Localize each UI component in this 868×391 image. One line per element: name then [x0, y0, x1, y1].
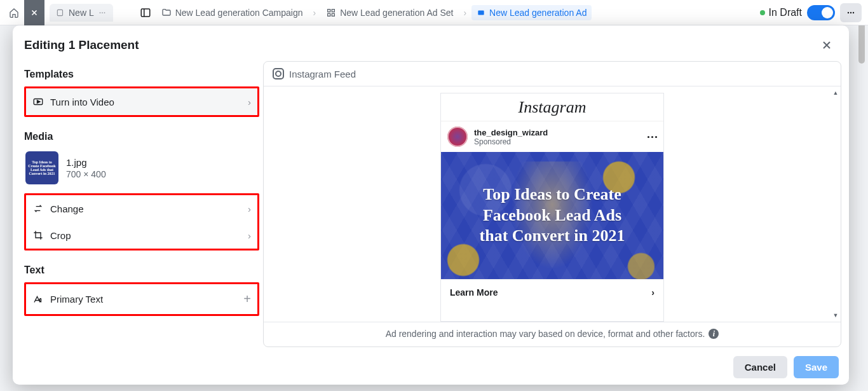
media-file-dimensions: 700 × 400: [66, 169, 106, 179]
highlight-turn-into-video: Turn into Video ›: [24, 86, 259, 117]
page-scrollbar[interactable]: [857, 0, 866, 391]
media-thumbnail: Top Ideas to Create Facebook Lead Ads th…: [25, 151, 58, 184]
svg-point-13: [853, 11, 854, 13]
svg-point-1: [99, 12, 100, 13]
instagram-post-header: the_design_wizard Sponsored: [441, 121, 663, 152]
chevron-right-icon: ›: [248, 97, 251, 107]
breadcrumb-ad[interactable]: New Lead generation Ad: [471, 5, 592, 20]
video-icon: [32, 96, 44, 107]
svg-rect-9: [332, 13, 335, 16]
instagram-sponsored-label: Sponsored: [474, 137, 548, 146]
breadcrumb-adset-label: New Lead generation Ad Set: [340, 8, 453, 18]
instagram-logo: Instagram: [441, 93, 663, 121]
modal-header: Editing 1 Placement: [13, 25, 849, 61]
headline-line: that Convert in 2021: [480, 226, 625, 245]
media-section-title: Media: [24, 117, 259, 149]
text-section-title: Text: [24, 250, 259, 282]
status-dot-icon: [760, 10, 765, 15]
more-button[interactable]: [840, 3, 862, 22]
change-media-option[interactable]: Change ›: [26, 195, 257, 222]
option-label: Crop: [50, 230, 71, 241]
headline-line: Top Ideas to Create: [483, 185, 621, 203]
instagram-cta-row[interactable]: Learn More ›: [441, 279, 663, 305]
status-toggle[interactable]: [807, 5, 835, 20]
swap-icon: [32, 203, 44, 214]
background-file-tab[interactable]: New L: [50, 4, 113, 22]
thumb-caption: Top Ideas to Create Facebook Lead Ads th…: [28, 160, 56, 175]
chevron-right-icon: ›: [463, 8, 466, 18]
chevron-right-icon: ›: [248, 203, 251, 214]
instagram-preview-card: Instagram the_design_wizard Sponsored: [440, 93, 664, 322]
instagram-username: the_design_wizard: [474, 128, 548, 137]
preview-disclaimer: Ad rendering and interaction may vary ba…: [264, 322, 841, 346]
cta-label: Learn More: [450, 287, 498, 298]
close-tab-icon[interactable]: [24, 0, 44, 25]
plus-icon: +: [243, 292, 251, 306]
breadcrumb-ad-label: New Lead generation Ad: [489, 8, 587, 18]
headline-line: Facebook Lead Ads: [483, 206, 621, 224]
disclaimer-text: Ad rendering and interaction may vary ba…: [386, 329, 705, 339]
info-icon[interactable]: i: [709, 329, 719, 339]
turn-into-video-option[interactable]: Turn into Video ›: [26, 88, 257, 115]
svg-point-11: [848, 11, 849, 13]
grid-icon: [326, 8, 336, 18]
background-tab-label: New L: [69, 8, 94, 18]
chevron-right-icon: ›: [313, 8, 316, 18]
svg-rect-4: [141, 9, 150, 17]
preview-panel: Instagram Feed ▲ Instagram the_design_wi…: [263, 61, 841, 347]
status-badge: In Draft: [760, 7, 802, 18]
close-icon[interactable]: [816, 34, 837, 56]
background-header: New L New Lead generation Campaign › New…: [0, 0, 868, 25]
svg-point-3: [104, 12, 105, 13]
crop-media-option[interactable]: Crop ›: [26, 222, 257, 249]
edit-placement-modal: Editing 1 Placement Templates Turn into …: [13, 25, 849, 385]
instagram-more-icon[interactable]: [648, 136, 657, 138]
svg-rect-8: [328, 13, 330, 16]
breadcrumb-campaign-label: New Lead generation Campaign: [175, 8, 303, 18]
breadcrumb-adset[interactable]: New Lead generation Ad Set: [321, 5, 458, 20]
text-icon: [32, 294, 44, 305]
chevron-right-icon: ›: [248, 230, 251, 241]
breadcrumb: New Lead generation Campaign › New Lead …: [131, 0, 601, 25]
option-label: Change: [50, 203, 84, 214]
instagram-icon: [273, 68, 284, 79]
ad-creative-image: Top Ideas to Create Facebook Lead Ads th…: [441, 152, 663, 279]
svg-rect-10: [478, 10, 484, 15]
preview-header: Instagram Feed: [264, 62, 841, 86]
preview-scroll-up[interactable]: ▲: [832, 89, 839, 97]
chevron-right-icon: ›: [651, 287, 654, 298]
option-label: Turn into Video: [50, 97, 114, 107]
cancel-button[interactable]: Cancel: [733, 356, 787, 378]
templates-section-title: Templates: [24, 61, 259, 86]
svg-rect-7: [332, 9, 335, 11]
preview-scroll-down[interactable]: ▼: [832, 312, 839, 319]
highlight-primary-text: Primary Text +: [24, 282, 259, 316]
crop-icon: [32, 230, 44, 241]
breadcrumb-campaign[interactable]: New Lead generation Campaign: [156, 5, 308, 20]
left-options-panel: Templates Turn into Video › Media Top Id…: [20, 61, 263, 351]
preview-body: ▲ Instagram the_design_wizard Sponsored: [264, 86, 841, 322]
save-button[interactable]: Save: [794, 356, 839, 378]
option-label: Primary Text: [50, 294, 103, 305]
svg-point-2: [102, 12, 103, 13]
panel-icon[interactable]: [140, 7, 151, 18]
svg-point-12: [850, 11, 851, 13]
home-icon[interactable]: [6, 5, 22, 20]
avatar: [447, 127, 468, 147]
primary-text-option[interactable]: Primary Text +: [26, 284, 257, 314]
svg-rect-6: [328, 9, 330, 11]
modal-title: Editing 1 Placement: [24, 38, 139, 52]
status-label: In Draft: [769, 7, 802, 18]
preview-placement-label: Instagram Feed: [289, 69, 356, 79]
folder-icon: [161, 8, 172, 18]
ad-headline: Top Ideas to Create Facebook Lead Ads th…: [476, 184, 629, 247]
highlight-media-actions: Change › Crop ›: [24, 193, 259, 250]
media-file-name: 1.jpg: [66, 157, 106, 168]
modal-footer: Cancel Save: [13, 351, 849, 385]
svg-marker-15: [37, 100, 41, 104]
svg-rect-0: [57, 10, 62, 15]
ad-icon: [477, 8, 485, 17]
media-file-item: Top Ideas to Create Facebook Lead Ads th…: [24, 149, 259, 193]
